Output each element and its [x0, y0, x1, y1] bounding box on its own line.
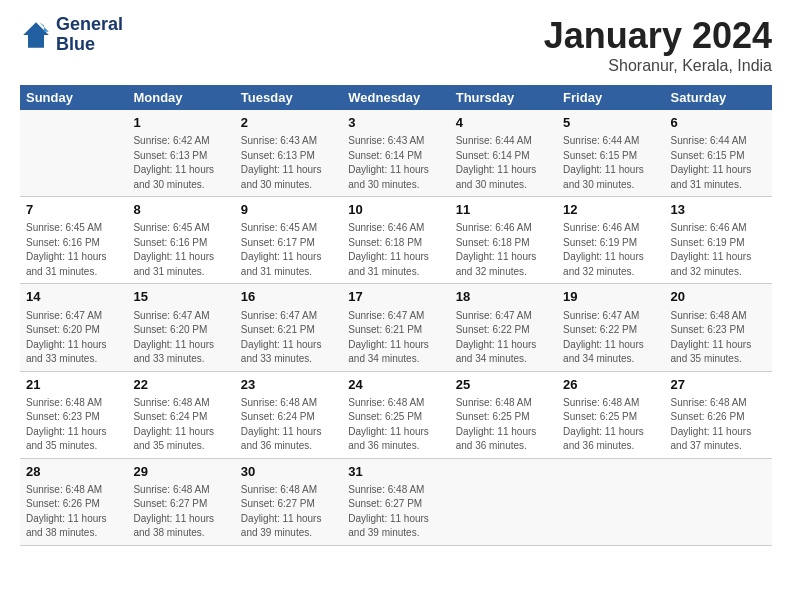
calendar-cell: 1Sunrise: 6:42 AM Sunset: 6:13 PM Daylig… — [127, 110, 234, 197]
day-number: 2 — [241, 114, 336, 132]
day-number: 4 — [456, 114, 551, 132]
header-day: Wednesday — [342, 85, 449, 110]
calendar-title: January 2024 — [544, 15, 772, 57]
day-info: Sunrise: 6:44 AM Sunset: 6:15 PM Dayligh… — [671, 134, 766, 192]
header-day: Friday — [557, 85, 664, 110]
logo-text: General Blue — [56, 15, 123, 55]
day-number: 6 — [671, 114, 766, 132]
week-row: 14Sunrise: 6:47 AM Sunset: 6:20 PM Dayli… — [20, 284, 772, 371]
day-info: Sunrise: 6:45 AM Sunset: 6:17 PM Dayligh… — [241, 221, 336, 279]
calendar-cell: 19Sunrise: 6:47 AM Sunset: 6:22 PM Dayli… — [557, 284, 664, 371]
calendar-cell: 26Sunrise: 6:48 AM Sunset: 6:25 PM Dayli… — [557, 371, 664, 458]
svg-marker-0 — [23, 22, 49, 48]
day-info: Sunrise: 6:47 AM Sunset: 6:21 PM Dayligh… — [348, 309, 443, 367]
day-info: Sunrise: 6:47 AM Sunset: 6:22 PM Dayligh… — [563, 309, 658, 367]
day-number: 26 — [563, 376, 658, 394]
calendar-cell: 14Sunrise: 6:47 AM Sunset: 6:20 PM Dayli… — [20, 284, 127, 371]
day-info: Sunrise: 6:44 AM Sunset: 6:15 PM Dayligh… — [563, 134, 658, 192]
day-number: 30 — [241, 463, 336, 481]
day-info: Sunrise: 6:48 AM Sunset: 6:23 PM Dayligh… — [671, 309, 766, 367]
day-number: 17 — [348, 288, 443, 306]
calendar-cell: 7Sunrise: 6:45 AM Sunset: 6:16 PM Daylig… — [20, 197, 127, 284]
day-info: Sunrise: 6:48 AM Sunset: 6:25 PM Dayligh… — [456, 396, 551, 454]
calendar-cell — [557, 458, 664, 545]
header: General Blue January 2024 Shoranur, Kera… — [20, 15, 772, 75]
day-number: 7 — [26, 201, 121, 219]
day-info: Sunrise: 6:47 AM Sunset: 6:22 PM Dayligh… — [456, 309, 551, 367]
calendar-cell: 15Sunrise: 6:47 AM Sunset: 6:20 PM Dayli… — [127, 284, 234, 371]
day-info: Sunrise: 6:46 AM Sunset: 6:19 PM Dayligh… — [671, 221, 766, 279]
day-number: 3 — [348, 114, 443, 132]
calendar-cell: 16Sunrise: 6:47 AM Sunset: 6:21 PM Dayli… — [235, 284, 342, 371]
calendar-header: SundayMondayTuesdayWednesdayThursdayFrid… — [20, 85, 772, 110]
header-day: Saturday — [665, 85, 772, 110]
day-info: Sunrise: 6:46 AM Sunset: 6:18 PM Dayligh… — [456, 221, 551, 279]
day-number: 14 — [26, 288, 121, 306]
header-day: Tuesday — [235, 85, 342, 110]
day-info: Sunrise: 6:48 AM Sunset: 6:24 PM Dayligh… — [133, 396, 228, 454]
calendar-subtitle: Shoranur, Kerala, India — [544, 57, 772, 75]
calendar-cell: 31Sunrise: 6:48 AM Sunset: 6:27 PM Dayli… — [342, 458, 449, 545]
day-number: 16 — [241, 288, 336, 306]
day-info: Sunrise: 6:48 AM Sunset: 6:26 PM Dayligh… — [671, 396, 766, 454]
day-info: Sunrise: 6:43 AM Sunset: 6:14 PM Dayligh… — [348, 134, 443, 192]
calendar-cell: 5Sunrise: 6:44 AM Sunset: 6:15 PM Daylig… — [557, 110, 664, 197]
header-day: Thursday — [450, 85, 557, 110]
calendar-cell: 25Sunrise: 6:48 AM Sunset: 6:25 PM Dayli… — [450, 371, 557, 458]
day-number: 31 — [348, 463, 443, 481]
calendar-cell: 3Sunrise: 6:43 AM Sunset: 6:14 PM Daylig… — [342, 110, 449, 197]
day-number: 12 — [563, 201, 658, 219]
calendar-cell: 8Sunrise: 6:45 AM Sunset: 6:16 PM Daylig… — [127, 197, 234, 284]
calendar-cell: 28Sunrise: 6:48 AM Sunset: 6:26 PM Dayli… — [20, 458, 127, 545]
day-number: 27 — [671, 376, 766, 394]
day-info: Sunrise: 6:43 AM Sunset: 6:13 PM Dayligh… — [241, 134, 336, 192]
calendar-table: SundayMondayTuesdayWednesdayThursdayFrid… — [20, 85, 772, 546]
day-info: Sunrise: 6:48 AM Sunset: 6:25 PM Dayligh… — [348, 396, 443, 454]
calendar-cell — [665, 458, 772, 545]
day-info: Sunrise: 6:48 AM Sunset: 6:27 PM Dayligh… — [241, 483, 336, 541]
calendar-cell: 23Sunrise: 6:48 AM Sunset: 6:24 PM Dayli… — [235, 371, 342, 458]
calendar-cell: 13Sunrise: 6:46 AM Sunset: 6:19 PM Dayli… — [665, 197, 772, 284]
week-row: 1Sunrise: 6:42 AM Sunset: 6:13 PM Daylig… — [20, 110, 772, 197]
day-number: 25 — [456, 376, 551, 394]
day-info: Sunrise: 6:45 AM Sunset: 6:16 PM Dayligh… — [26, 221, 121, 279]
calendar-cell: 21Sunrise: 6:48 AM Sunset: 6:23 PM Dayli… — [20, 371, 127, 458]
calendar-cell: 20Sunrise: 6:48 AM Sunset: 6:23 PM Dayli… — [665, 284, 772, 371]
logo-line2: Blue — [56, 35, 123, 55]
header-row: SundayMondayTuesdayWednesdayThursdayFrid… — [20, 85, 772, 110]
header-day: Sunday — [20, 85, 127, 110]
day-number: 19 — [563, 288, 658, 306]
day-info: Sunrise: 6:47 AM Sunset: 6:20 PM Dayligh… — [133, 309, 228, 367]
week-row: 21Sunrise: 6:48 AM Sunset: 6:23 PM Dayli… — [20, 371, 772, 458]
calendar-cell: 2Sunrise: 6:43 AM Sunset: 6:13 PM Daylig… — [235, 110, 342, 197]
day-number: 9 — [241, 201, 336, 219]
calendar-body: 1Sunrise: 6:42 AM Sunset: 6:13 PM Daylig… — [20, 110, 772, 545]
day-number: 11 — [456, 201, 551, 219]
day-number: 21 — [26, 376, 121, 394]
week-row: 28Sunrise: 6:48 AM Sunset: 6:26 PM Dayli… — [20, 458, 772, 545]
day-number: 28 — [26, 463, 121, 481]
day-number: 20 — [671, 288, 766, 306]
day-number: 18 — [456, 288, 551, 306]
day-info: Sunrise: 6:42 AM Sunset: 6:13 PM Dayligh… — [133, 134, 228, 192]
calendar-cell: 29Sunrise: 6:48 AM Sunset: 6:27 PM Dayli… — [127, 458, 234, 545]
calendar-cell: 30Sunrise: 6:48 AM Sunset: 6:27 PM Dayli… — [235, 458, 342, 545]
calendar-cell: 10Sunrise: 6:46 AM Sunset: 6:18 PM Dayli… — [342, 197, 449, 284]
calendar-cell: 22Sunrise: 6:48 AM Sunset: 6:24 PM Dayli… — [127, 371, 234, 458]
logo: General Blue — [20, 15, 123, 55]
day-info: Sunrise: 6:46 AM Sunset: 6:19 PM Dayligh… — [563, 221, 658, 279]
header-day: Monday — [127, 85, 234, 110]
day-number: 22 — [133, 376, 228, 394]
day-info: Sunrise: 6:45 AM Sunset: 6:16 PM Dayligh… — [133, 221, 228, 279]
calendar-cell: 24Sunrise: 6:48 AM Sunset: 6:25 PM Dayli… — [342, 371, 449, 458]
logo-icon — [20, 19, 52, 51]
day-info: Sunrise: 6:48 AM Sunset: 6:23 PM Dayligh… — [26, 396, 121, 454]
calendar-cell: 11Sunrise: 6:46 AM Sunset: 6:18 PM Dayli… — [450, 197, 557, 284]
day-number: 23 — [241, 376, 336, 394]
calendar-cell: 12Sunrise: 6:46 AM Sunset: 6:19 PM Dayli… — [557, 197, 664, 284]
day-info: Sunrise: 6:47 AM Sunset: 6:21 PM Dayligh… — [241, 309, 336, 367]
day-number: 13 — [671, 201, 766, 219]
calendar-cell: 18Sunrise: 6:47 AM Sunset: 6:22 PM Dayli… — [450, 284, 557, 371]
day-info: Sunrise: 6:46 AM Sunset: 6:18 PM Dayligh… — [348, 221, 443, 279]
day-number: 24 — [348, 376, 443, 394]
